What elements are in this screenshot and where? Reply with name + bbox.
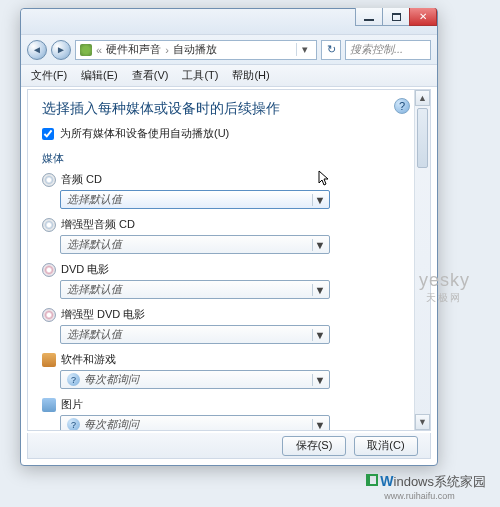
footer-logo: Windows系统家园 www.ruihaifu.com [366, 473, 486, 501]
media-label: 图片 [42, 397, 400, 412]
ico-pic-icon [42, 398, 56, 412]
autoplay-all-checkbox[interactable]: 为所有媒体和设备使用自动播放(U) [42, 126, 400, 141]
menu-item[interactable]: 查看(V) [126, 66, 175, 85]
nav-forward-button[interactable]: ► [51, 40, 71, 60]
maximize-button[interactable] [382, 8, 410, 26]
chevron-down-icon: ▼ [312, 419, 327, 431]
scroll-up-button[interactable]: ▲ [415, 90, 430, 106]
media-item: DVD 电影选择默认值▼ [42, 262, 400, 299]
minimize-button[interactable] [355, 8, 383, 26]
breadcrumb-dropdown[interactable]: ▾ [296, 43, 312, 56]
control-panel-window: ✕ ◄ ► « 硬件和声音 › 自动播放 ▾ ↻ 搜索控制... 文件(F)编辑… [20, 8, 438, 466]
scroll-track[interactable] [415, 106, 430, 414]
page-title: 选择插入每种媒体或设备时的后续操作 [42, 100, 400, 118]
media-item: 音频 CD选择默认值▼ [42, 172, 400, 209]
media-label: 软件和游戏 [42, 352, 400, 367]
media-label: 增强型音频 CD [42, 217, 400, 232]
media-item: 软件和游戏?每次都询问▼ [42, 352, 400, 389]
media-action-dropdown[interactable]: 选择默认值▼ [60, 325, 330, 344]
media-action-dropdown[interactable]: 选择默认值▼ [60, 190, 330, 209]
chevron-down-icon: ▼ [312, 239, 327, 251]
menu-bar: 文件(F)编辑(E)查看(V)工具(T)帮助(H) [21, 65, 437, 87]
refresh-button[interactable]: ↻ [321, 40, 341, 60]
help-icon[interactable]: ? [394, 98, 410, 114]
menu-item[interactable]: 文件(F) [25, 66, 73, 85]
chevron-down-icon: ▼ [312, 284, 327, 296]
scroll-down-button[interactable]: ▼ [415, 414, 430, 430]
save-button[interactable]: 保存(S) [282, 436, 346, 456]
windows-flag-icon [366, 474, 378, 486]
nav-back-button[interactable]: ◄ [27, 40, 47, 60]
ask-icon: ? [67, 373, 80, 386]
media-item: 增强型音频 CD选择默认值▼ [42, 217, 400, 254]
breadcrumb-part[interactable]: 硬件和声音 [106, 42, 161, 57]
media-action-dropdown[interactable]: 选择默认值▼ [60, 280, 330, 299]
section-header-media: 媒体 [42, 151, 400, 166]
ico-soft-icon [42, 353, 56, 367]
breadcrumb[interactable]: « 硬件和声音 › 自动播放 ▾ [75, 40, 317, 60]
media-action-dropdown[interactable]: 选择默认值▼ [60, 235, 330, 254]
chevron-down-icon: ▼ [312, 374, 327, 386]
media-list: 音频 CD选择默认值▼增强型音频 CD选择默认值▼DVD 电影选择默认值▼增强型… [42, 172, 400, 430]
search-input[interactable]: 搜索控制... [345, 40, 431, 60]
media-action-dropdown[interactable]: ?每次都询问▼ [60, 370, 330, 389]
media-item: 图片?每次都询问▼ [42, 397, 400, 430]
ico-dvd-icon [42, 308, 56, 322]
ask-icon: ? [67, 418, 80, 430]
control-panel-icon [80, 44, 92, 56]
media-action-dropdown[interactable]: ?每次都询问▼ [60, 415, 330, 430]
autoplay-all-checkbox-input[interactable] [42, 128, 54, 140]
menu-item[interactable]: 工具(T) [176, 66, 224, 85]
media-label: 音频 CD [42, 172, 400, 187]
scroll-thumb[interactable] [417, 108, 428, 168]
ico-cd-icon [42, 173, 56, 187]
media-item: 增强型 DVD 电影选择默认值▼ [42, 307, 400, 344]
media-label: DVD 电影 [42, 262, 400, 277]
close-button[interactable]: ✕ [409, 8, 437, 26]
breadcrumb-part[interactable]: 自动播放 [173, 42, 217, 57]
scroll-view: ? 选择插入每种媒体或设备时的后续操作 为所有媒体和设备使用自动播放(U) 媒体… [28, 90, 414, 430]
chevron-down-icon: ▼ [312, 329, 327, 341]
menu-item[interactable]: 帮助(H) [226, 66, 275, 85]
ico-dvd-icon [42, 263, 56, 277]
media-label: 增强型 DVD 电影 [42, 307, 400, 322]
title-bar: ✕ [21, 9, 437, 35]
dialog-button-row: 保存(S) 取消(C) [27, 433, 431, 459]
ico-cd-icon [42, 218, 56, 232]
chevron-down-icon: ▼ [312, 194, 327, 206]
address-bar: ◄ ► « 硬件和声音 › 自动播放 ▾ ↻ 搜索控制... [21, 35, 437, 65]
menu-item[interactable]: 编辑(E) [75, 66, 124, 85]
content-pane: ? 选择插入每种媒体或设备时的后续操作 为所有媒体和设备使用自动播放(U) 媒体… [27, 89, 431, 431]
cancel-button[interactable]: 取消(C) [354, 436, 418, 456]
vertical-scrollbar[interactable]: ▲ ▼ [414, 90, 430, 430]
